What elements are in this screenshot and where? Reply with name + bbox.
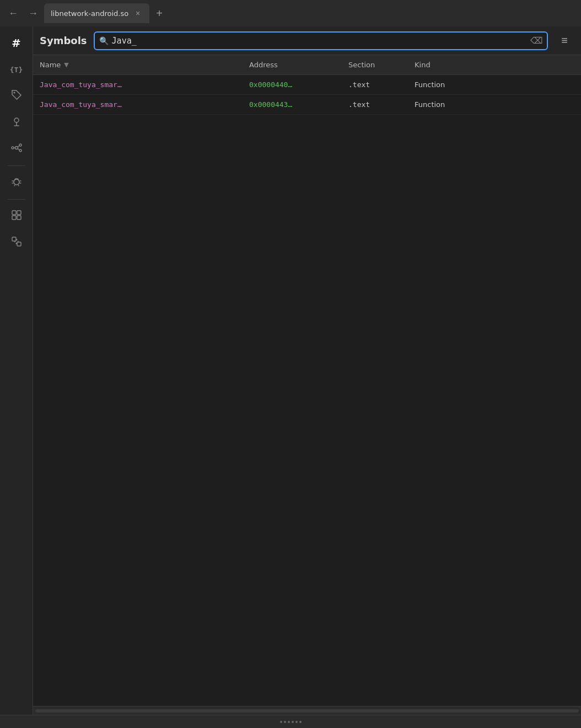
horizontal-scrollbar[interactable] <box>33 706 581 715</box>
graph-icon <box>10 142 23 157</box>
content-area: Symbols 🔍 ⌫ ≡ Name ▼ Address Section Kin… <box>33 26 581 715</box>
svg-point-2 <box>15 146 18 149</box>
cell-address: 0x0000443… <box>249 100 348 109</box>
scroll-track <box>35 709 579 713</box>
svg-rect-11 <box>17 211 21 215</box>
cell-name: Java_com_tuya_smar… <box>40 81 249 89</box>
sidebar: # {T} <box>0 26 33 715</box>
status-dot <box>295 721 298 723</box>
back-button[interactable]: ← <box>4 4 22 22</box>
cell-address: 0x0000440… <box>249 81 348 89</box>
cell-section: .text <box>348 100 415 109</box>
tab-close-button[interactable]: × <box>133 8 143 18</box>
layout-icon <box>10 209 23 224</box>
svg-rect-14 <box>12 237 16 241</box>
table-row[interactable]: Java_com_tuya_smar… 0x0000443… .text Fun… <box>33 95 581 115</box>
table-row[interactable]: Java_com_tuya_smar… 0x0000440… .text Fun… <box>33 75 581 95</box>
svg-point-3 <box>12 147 14 149</box>
tag-icon <box>10 89 23 104</box>
transform-icon <box>10 235 23 250</box>
svg-line-7 <box>18 146 19 147</box>
table-header: Name ▼ Address Section Kind <box>33 55 581 75</box>
status-dot <box>299 721 302 723</box>
svg-rect-12 <box>12 216 16 220</box>
search-icon: 🔍 <box>99 36 109 45</box>
status-dot <box>292 721 294 723</box>
new-tab-button[interactable]: + <box>152 6 167 21</box>
status-dot <box>288 721 290 723</box>
sidebar-divider <box>8 165 25 166</box>
search-input[interactable] <box>112 36 527 46</box>
sidebar-item-tags[interactable] <box>4 84 29 108</box>
svg-point-9 <box>14 179 19 185</box>
column-header-name[interactable]: Name ▼ <box>40 61 249 69</box>
cell-kind: Function <box>415 81 574 89</box>
types-icon: {T} <box>10 66 23 74</box>
sidebar-item-symbols[interactable]: # <box>4 31 29 55</box>
sidebar-item-types[interactable]: {T} <box>4 57 29 82</box>
status-dots <box>280 721 302 723</box>
sidebar-divider-2 <box>8 199 25 200</box>
sidebar-item-locations[interactable] <box>4 110 29 135</box>
svg-point-5 <box>19 149 21 152</box>
search-box: 🔍 ⌫ <box>94 31 548 50</box>
page-title: Symbols <box>40 35 87 46</box>
location-icon <box>10 115 23 130</box>
status-dot <box>280 721 282 723</box>
active-tab[interactable]: libnetwork-android.so × <box>44 3 149 23</box>
sidebar-item-debug[interactable] <box>4 170 29 195</box>
cell-kind: Function <box>415 100 574 109</box>
sidebar-item-layout[interactable] <box>4 204 29 228</box>
cell-name: Java_com_tuya_smar… <box>40 100 249 109</box>
svg-point-4 <box>19 144 21 146</box>
debug-icon <box>10 175 23 190</box>
sidebar-item-transform[interactable] <box>4 231 29 255</box>
table-body: Java_com_tuya_smar… 0x0000440… .text Fun… <box>33 75 581 706</box>
sidebar-item-graph[interactable] <box>4 137 29 161</box>
menu-button[interactable]: ≡ <box>555 31 574 51</box>
main-layout: # {T} <box>0 26 581 715</box>
hash-icon: # <box>12 36 21 50</box>
column-header-kind[interactable]: Kind <box>415 61 574 69</box>
svg-rect-13 <box>17 216 21 220</box>
tab-title: libnetwork-android.so <box>51 9 128 18</box>
svg-rect-10 <box>12 211 16 215</box>
status-dot <box>284 721 286 723</box>
sort-arrow-icon: ▼ <box>64 61 68 68</box>
svg-point-1 <box>14 118 19 122</box>
tab-bar: ← → libnetwork-android.so × + <box>0 0 581 26</box>
svg-line-8 <box>18 148 19 150</box>
search-clear-button[interactable]: ⌫ <box>530 35 542 47</box>
svg-point-0 <box>13 92 15 93</box>
svg-rect-15 <box>17 242 21 246</box>
toolbar: Symbols 🔍 ⌫ ≡ <box>33 26 581 55</box>
column-header-section[interactable]: Section <box>348 61 415 69</box>
status-bar <box>0 715 581 728</box>
forward-button[interactable]: → <box>24 4 42 22</box>
column-header-address[interactable]: Address <box>249 61 348 69</box>
cell-section: .text <box>348 81 415 89</box>
